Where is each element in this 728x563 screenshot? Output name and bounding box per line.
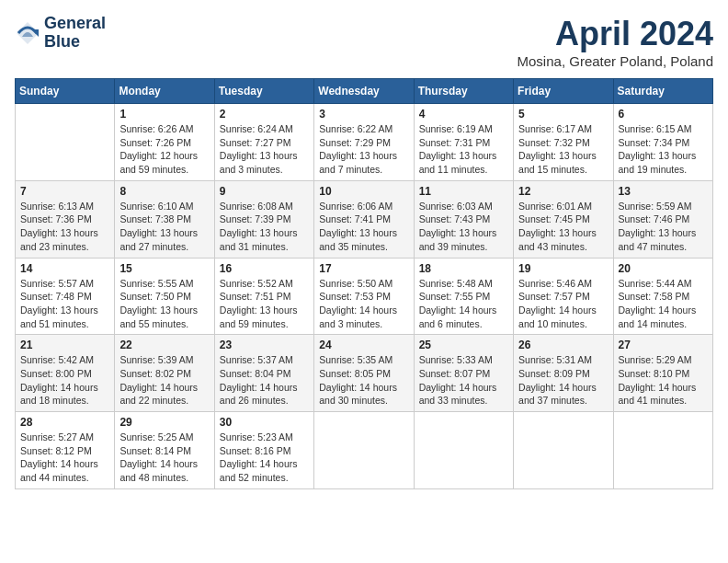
logo-icon [15,20,40,46]
day-number: 10 [319,185,408,198]
calendar-body: 1Sunrise: 6:26 AM Sunset: 7:26 PM Daylig… [16,104,713,489]
cell-info: Sunrise: 5:33 AM Sunset: 8:07 PM Dayligh… [419,353,508,408]
calendar-cell: 17Sunrise: 5:50 AM Sunset: 7:53 PM Dayli… [314,258,414,335]
calendar-cell [314,412,414,489]
day-number: 13 [619,185,708,198]
day-number: 26 [518,339,608,351]
calendar-week-row: 14Sunrise: 5:57 AM Sunset: 7:48 PM Dayli… [16,258,713,335]
calendar-cell: 13Sunrise: 5:59 AM Sunset: 7:46 PM Dayli… [613,180,712,258]
calendar-table: SundayMondayTuesdayWednesdayThursdayFrid… [15,78,713,489]
cell-info: Sunrise: 6:26 AM Sunset: 7:26 PM Dayligh… [119,122,209,177]
calendar-cell: 18Sunrise: 5:48 AM Sunset: 7:55 PM Dayli… [414,258,513,335]
day-number: 20 [619,262,708,275]
location: Mosina, Greater Poland, Poland [518,53,713,69]
cell-info: Sunrise: 5:52 AM Sunset: 7:51 PM Dayligh… [220,277,309,331]
cell-info: Sunrise: 6:13 AM Sunset: 7:36 PM Dayligh… [20,200,109,254]
cell-info: Sunrise: 5:25 AM Sunset: 8:14 PM Dayligh… [119,431,209,485]
calendar-cell: 11Sunrise: 6:03 AM Sunset: 7:43 PM Dayli… [414,180,513,258]
calendar-cell [414,412,513,489]
cell-info: Sunrise: 6:10 AM Sunset: 7:38 PM Dayligh… [119,200,209,254]
weekday-header: Wednesday [314,79,414,104]
cell-info: Sunrise: 6:08 AM Sunset: 7:39 PM Dayligh… [220,200,309,254]
day-number: 14 [20,262,109,275]
cell-info: Sunrise: 6:22 AM Sunset: 7:29 PM Dayligh… [319,122,408,177]
cell-info: Sunrise: 6:03 AM Sunset: 7:43 PM Dayligh… [419,200,508,254]
calendar-cell: 29Sunrise: 5:25 AM Sunset: 8:14 PM Dayli… [115,412,214,489]
calendar-cell: 30Sunrise: 5:23 AM Sunset: 8:16 PM Dayli… [214,412,313,489]
weekday-header: Saturday [613,79,712,104]
logo-line1: General [44,15,106,33]
day-number: 25 [419,339,508,351]
logo: General Blue [15,15,106,52]
cell-info: Sunrise: 5:59 AM Sunset: 7:46 PM Dayligh… [619,200,708,254]
day-number: 22 [119,339,209,351]
cell-info: Sunrise: 6:15 AM Sunset: 7:34 PM Dayligh… [619,122,708,177]
calendar-cell: 25Sunrise: 5:33 AM Sunset: 8:07 PM Dayli… [414,335,513,412]
day-number: 5 [518,108,608,121]
calendar-cell: 4Sunrise: 6:19 AM Sunset: 7:31 PM Daylig… [414,104,513,181]
weekday-header: Monday [115,79,214,104]
calendar-week-row: 1Sunrise: 6:26 AM Sunset: 7:26 PM Daylig… [16,104,713,181]
day-number: 29 [119,416,209,429]
day-number: 15 [119,262,209,275]
calendar-week-row: 28Sunrise: 5:27 AM Sunset: 8:12 PM Dayli… [16,412,713,489]
calendar-cell: 28Sunrise: 5:27 AM Sunset: 8:12 PM Dayli… [16,412,115,489]
day-number: 23 [220,339,309,351]
calendar-cell: 21Sunrise: 5:42 AM Sunset: 8:00 PM Dayli… [16,335,115,412]
cell-info: Sunrise: 5:50 AM Sunset: 7:53 PM Dayligh… [319,277,408,331]
day-number: 12 [518,185,608,198]
day-number: 4 [419,108,508,121]
cell-info: Sunrise: 5:57 AM Sunset: 7:48 PM Dayligh… [20,277,109,331]
calendar-cell [613,412,712,489]
cell-info: Sunrise: 5:35 AM Sunset: 8:05 PM Dayligh… [319,353,408,408]
calendar-cell: 3Sunrise: 6:22 AM Sunset: 7:29 PM Daylig… [314,104,414,181]
cell-info: Sunrise: 5:48 AM Sunset: 7:55 PM Dayligh… [419,277,508,331]
day-number: 7 [20,185,109,198]
day-number: 30 [220,416,309,429]
month-title: April 2024 [518,15,713,53]
cell-info: Sunrise: 5:29 AM Sunset: 8:10 PM Dayligh… [619,353,708,408]
cell-info: Sunrise: 5:42 AM Sunset: 8:00 PM Dayligh… [20,353,109,408]
cell-info: Sunrise: 5:31 AM Sunset: 8:09 PM Dayligh… [518,353,608,408]
cell-info: Sunrise: 5:39 AM Sunset: 8:02 PM Dayligh… [119,353,209,408]
calendar-cell: 24Sunrise: 5:35 AM Sunset: 8:05 PM Dayli… [314,335,414,412]
day-number: 3 [319,108,408,121]
day-number: 27 [619,339,708,351]
day-number: 11 [419,185,508,198]
page-header: General Blue April 2024 Mosina, Greater … [15,15,713,69]
calendar-cell: 12Sunrise: 6:01 AM Sunset: 7:45 PM Dayli… [514,180,613,258]
day-number: 9 [220,185,309,198]
title-block: April 2024 Mosina, Greater Poland, Polan… [518,15,713,69]
cell-info: Sunrise: 5:55 AM Sunset: 7:50 PM Dayligh… [119,277,209,331]
calendar-cell: 7Sunrise: 6:13 AM Sunset: 7:36 PM Daylig… [16,180,115,258]
day-number: 2 [220,108,309,121]
day-number: 24 [319,339,408,351]
weekday-header: Sunday [16,79,115,104]
cell-info: Sunrise: 6:19 AM Sunset: 7:31 PM Dayligh… [419,122,508,177]
calendar-cell: 14Sunrise: 5:57 AM Sunset: 7:48 PM Dayli… [16,258,115,335]
day-number: 19 [518,262,608,275]
day-number: 6 [619,108,708,121]
calendar-cell: 27Sunrise: 5:29 AM Sunset: 8:10 PM Dayli… [613,335,712,412]
weekday-header: Tuesday [214,79,313,104]
cell-info: Sunrise: 5:46 AM Sunset: 7:57 PM Dayligh… [518,277,608,331]
cell-info: Sunrise: 6:24 AM Sunset: 7:27 PM Dayligh… [220,122,309,177]
cell-info: Sunrise: 5:37 AM Sunset: 8:04 PM Dayligh… [220,353,309,408]
day-number: 17 [319,262,408,275]
cell-info: Sunrise: 5:27 AM Sunset: 8:12 PM Dayligh… [20,431,109,485]
weekday-header: Thursday [414,79,513,104]
calendar-cell: 9Sunrise: 6:08 AM Sunset: 7:39 PM Daylig… [214,180,313,258]
calendar-cell: 8Sunrise: 6:10 AM Sunset: 7:38 PM Daylig… [115,180,214,258]
calendar-cell [514,412,613,489]
calendar-week-row: 21Sunrise: 5:42 AM Sunset: 8:00 PM Dayli… [16,335,713,412]
logo-line2: Blue [44,33,106,52]
weekday-header: Friday [514,79,613,104]
day-number: 1 [119,108,209,121]
cell-info: Sunrise: 6:17 AM Sunset: 7:32 PM Dayligh… [518,122,608,177]
day-number: 21 [20,339,109,351]
day-number: 18 [419,262,508,275]
calendar-cell: 20Sunrise: 5:44 AM Sunset: 7:58 PM Dayli… [613,258,712,335]
calendar-cell: 2Sunrise: 6:24 AM Sunset: 7:27 PM Daylig… [214,104,313,181]
calendar-cell: 6Sunrise: 6:15 AM Sunset: 7:34 PM Daylig… [613,104,712,181]
day-number: 8 [119,185,209,198]
